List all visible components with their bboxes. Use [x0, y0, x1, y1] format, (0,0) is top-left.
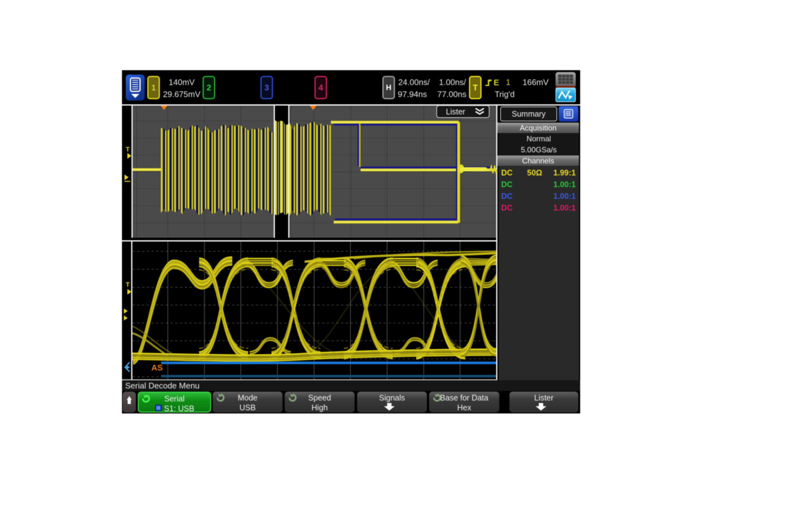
svg-text:E: E: [494, 78, 499, 87]
